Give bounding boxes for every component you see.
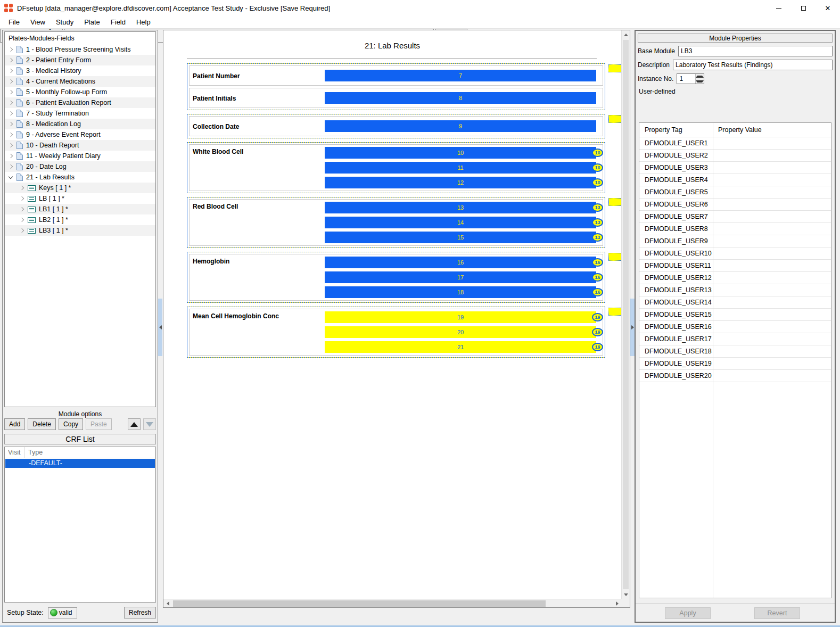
property-row[interactable]: DFMODULE_USER10 xyxy=(639,248,831,260)
property-tag-cell[interactable]: DFMODULE_USER17 xyxy=(639,333,713,345)
menu-study[interactable]: Study xyxy=(51,16,79,28)
field-row[interactable]: Mean Cell Hemoglobin Conc191920192119 xyxy=(189,309,603,356)
move-up-button[interactable] xyxy=(128,418,141,430)
field-bar[interactable]: 1919 xyxy=(325,311,596,323)
tree-module-item[interactable]: Keys [ 1 ] * xyxy=(5,183,155,193)
delete-button[interactable]: Delete xyxy=(28,418,56,430)
chevron-right-icon[interactable] xyxy=(9,133,13,137)
field-bar[interactable]: 1413 xyxy=(325,217,596,228)
property-value-cell[interactable] xyxy=(713,296,831,308)
tree-plate-item[interactable]: 20 - Date Log xyxy=(5,161,155,172)
add-button[interactable]: Add xyxy=(4,418,25,430)
property-value-cell[interactable] xyxy=(713,284,831,296)
property-tag-cell[interactable]: DFMODULE_USER13 xyxy=(639,284,713,296)
property-tag-cell[interactable]: DFMODULE_USER4 xyxy=(639,174,713,186)
menu-file[interactable]: File xyxy=(3,16,25,28)
tree-module-item[interactable]: LB2 [ 1 ] * xyxy=(5,214,155,225)
property-value-cell[interactable] xyxy=(713,248,831,259)
field-bar[interactable]: 1716 xyxy=(325,271,596,283)
property-row[interactable]: DFMODULE_USER8 xyxy=(639,223,831,235)
property-tag-cell[interactable]: DFMODULE_USER11 xyxy=(639,260,713,271)
minimize-button[interactable] xyxy=(767,0,791,16)
left-splitter[interactable] xyxy=(158,30,162,608)
property-row[interactable]: DFMODULE_USER12 xyxy=(639,272,831,284)
field-row[interactable]: Red Blood Cell131314131513 xyxy=(189,199,603,246)
refresh-button[interactable]: Refresh xyxy=(124,607,156,618)
property-row[interactable]: DFMODULE_USER4 xyxy=(639,174,831,186)
tree-plate-item[interactable]: 10 - Death Report xyxy=(5,140,155,151)
tree-plate-item[interactable]: 9 - Adverse Event Report xyxy=(5,129,155,140)
description-input[interactable]: Laboratory Test Results (Findings) xyxy=(673,60,833,70)
module-marker[interactable] xyxy=(608,253,621,261)
property-row[interactable]: DFMODULE_USER18 xyxy=(639,345,831,358)
tree-module-item[interactable]: LB3 [ 1 ] * xyxy=(5,225,155,236)
property-row[interactable]: DFMODULE_USER7 xyxy=(639,211,831,223)
field-bar[interactable]: 1513 xyxy=(325,232,596,243)
property-value-cell[interactable] xyxy=(713,272,831,284)
spin-down-button[interactable] xyxy=(696,79,704,84)
crf-row-default[interactable]: -DEFAULT- xyxy=(5,459,155,468)
field-row[interactable]: White Blood Cell101011101210 xyxy=(189,144,603,191)
chevron-right-icon[interactable] xyxy=(20,186,24,191)
field-row[interactable]: Collection Date9 xyxy=(189,116,603,136)
module-group[interactable]: White Blood Cell101011101210 xyxy=(187,142,605,193)
crf-col-type[interactable]: Type xyxy=(25,447,43,458)
field-bar[interactable]: 1210 xyxy=(325,177,596,188)
property-row[interactable]: DFMODULE_USER20 xyxy=(639,370,831,382)
module-group[interactable]: Hemoglobin161617161816 xyxy=(187,252,605,303)
module-group[interactable]: Patient Number7Patient Initials8 xyxy=(187,63,605,110)
property-tag-cell[interactable]: DFMODULE_USER5 xyxy=(639,186,713,198)
spin-up-button[interactable] xyxy=(696,74,704,79)
module-marker[interactable] xyxy=(608,198,621,206)
field-row[interactable]: Hemoglobin161617161816 xyxy=(189,254,603,301)
scroll-right-button[interactable] xyxy=(613,599,621,608)
property-row[interactable]: DFMODULE_USER3 xyxy=(639,162,831,174)
field-bar[interactable]: 2019 xyxy=(325,326,596,338)
chevron-right-icon[interactable] xyxy=(20,196,24,201)
apply-button[interactable]: Apply xyxy=(665,607,711,619)
canvas-vertical-scrollbar[interactable] xyxy=(621,30,630,599)
tree-plate-item[interactable]: 21 - Lab Results xyxy=(5,172,155,183)
tree-module-item[interactable]: LB1 [ 1 ] * xyxy=(5,204,155,214)
property-value-cell[interactable] xyxy=(713,333,831,345)
property-value-cell[interactable] xyxy=(713,223,831,235)
property-row[interactable]: DFMODULE_USER11 xyxy=(639,260,831,272)
tree-plate-item[interactable]: 8 - Medication Log xyxy=(5,119,155,129)
module-group[interactable]: Mean Cell Hemoglobin Conc191920192119 xyxy=(187,307,605,358)
chevron-right-icon[interactable] xyxy=(9,143,13,148)
field-bar[interactable]: 1313 xyxy=(325,202,596,213)
right-splitter-grip[interactable] xyxy=(630,299,635,356)
chevron-right-icon[interactable] xyxy=(9,79,13,84)
chevron-right-icon[interactable] xyxy=(9,164,13,169)
property-value-cell[interactable] xyxy=(713,162,831,174)
module-group[interactable]: Red Blood Cell131314131513 xyxy=(187,197,605,248)
property-tag-cell[interactable]: DFMODULE_USER7 xyxy=(639,211,713,222)
field-bar[interactable]: 1616 xyxy=(325,257,596,268)
property-row[interactable]: DFMODULE_USER17 xyxy=(639,333,831,345)
property-value-cell[interactable] xyxy=(713,174,831,186)
property-tag-cell[interactable]: DFMODULE_USER19 xyxy=(639,358,713,369)
property-row[interactable]: DFMODULE_USER5 xyxy=(639,186,831,199)
chevron-right-icon[interactable] xyxy=(9,154,13,159)
property-value-cell[interactable] xyxy=(713,150,831,161)
property-tag-cell[interactable]: DFMODULE_USER8 xyxy=(639,223,713,235)
tree-plate-item[interactable]: 11 - Weekly Patient Diary xyxy=(5,151,155,161)
scroll-up-button[interactable] xyxy=(622,30,630,39)
scroll-down-button[interactable] xyxy=(622,590,630,599)
chevron-right-icon[interactable] xyxy=(20,228,24,233)
property-tag-cell[interactable]: DFMODULE_USER12 xyxy=(639,272,713,284)
instance-no-value[interactable]: 1 xyxy=(677,74,695,84)
property-value-cell[interactable] xyxy=(713,199,831,210)
move-down-button[interactable] xyxy=(143,418,156,430)
left-splitter-grip[interactable] xyxy=(158,299,162,356)
tree-plate-item[interactable]: 1 - Blood Pressure Screening Visits xyxy=(5,44,155,55)
property-row[interactable]: DFMODULE_USER6 xyxy=(639,199,831,211)
field-bar[interactable]: 1010 xyxy=(325,147,596,159)
property-row[interactable]: DFMODULE_USER16 xyxy=(639,321,831,333)
tree-plate-item[interactable]: 4 - Current Medications xyxy=(5,76,155,87)
close-button[interactable]: ✕ xyxy=(816,0,840,16)
base-module-input[interactable]: LB3 xyxy=(678,46,833,56)
chevron-right-icon[interactable] xyxy=(9,122,13,127)
property-row[interactable]: DFMODULE_USER15 xyxy=(639,309,831,321)
scroll-left-button[interactable] xyxy=(163,599,172,608)
